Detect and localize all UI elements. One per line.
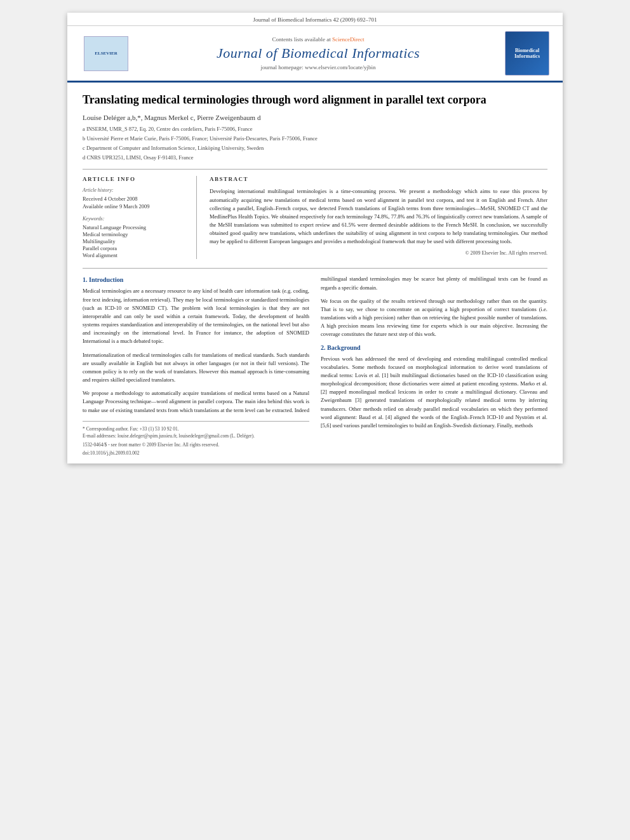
right-intro-continuation: multilingual standard terminologies may …: [321, 275, 547, 291]
intro-paragraph-3: We propose a methodology to automaticall…: [83, 389, 309, 415]
keywords-label: Keywords:: [83, 216, 187, 222]
keyword-2: Medical terminology: [83, 231, 187, 237]
background-paragraph-1: Previous work has addressed the need of …: [321, 355, 547, 430]
article-title: Translating medical terminologies throug…: [83, 93, 547, 107]
elsevier-logo-area: ELSEVIER: [77, 31, 135, 76]
elsevier-logo: ELSEVIER: [84, 36, 128, 71]
right-col-paragraph-2: We focus on the quality of the results r…: [321, 297, 547, 339]
background-heading: 2. Background: [321, 344, 547, 351]
sciencedirect-text: Contents lists available at ScienceDirec…: [272, 36, 365, 43]
keywords-section: Keywords: Natural Language Processing Me…: [83, 216, 187, 258]
jbi-logo-area: Biomedical Informatics: [502, 31, 553, 76]
affiliations: a INSERM, UMR_S 872, Eq. 20, Centre des …: [83, 125, 547, 161]
jbi-logo: Biomedical Informatics: [505, 31, 549, 76]
footer-doi: doi:10.1016/j.jbi.2009.03.002: [83, 450, 309, 456]
journal-citation: Journal of Biomedical Informatics 42 (20…: [253, 17, 377, 23]
body-content: 1. Introduction Medical terminologies ar…: [83, 268, 547, 456]
article-history-label: Article history:: [83, 187, 187, 193]
header: ELSEVIER Contents lists available at Sci…: [67, 26, 563, 83]
body-col-left: 1. Introduction Medical terminologies ar…: [83, 275, 309, 456]
introduction-heading: 1. Introduction: [83, 276, 309, 283]
journal-title: Journal of Biomedical Informatics: [217, 45, 420, 62]
affiliation-a: a INSERM, UMR_S 872, Eq. 20, Centre des …: [83, 125, 547, 133]
journal-bar: Journal of Biomedical Informatics 42 (20…: [67, 13, 563, 26]
keyword-5: Word alignment: [83, 252, 187, 258]
abstract-text: Developing international multilingual te…: [210, 187, 547, 246]
abstract-column: ABSTRACT Developing international multil…: [210, 176, 547, 259]
intro-paragraph-2: Internationalization of medical terminol…: [83, 351, 309, 385]
affiliation-c: c Department of Computer and Information…: [83, 144, 547, 152]
body-col-right: multilingual standard terminologies may …: [321, 275, 547, 456]
footnote-corresponding: * Corresponding author. Fax: +33 (1) 53 …: [83, 425, 309, 432]
article-info-label: ARTICLE INFO: [83, 176, 187, 182]
footer-issn: 1532-0464/$ - see front matter © 2009 El…: [83, 442, 309, 448]
authors: Louise Deléger a,b,*, Magnus Merkel c, P…: [83, 114, 547, 121]
affiliation-b: b Université Pierre et Marie Curie, Pari…: [83, 135, 547, 143]
header-center: Contents lists available at ScienceDirec…: [141, 31, 495, 76]
copyright: © 2009 Elsevier Inc. All rights reserved…: [210, 250, 547, 256]
received-date: Received 4 October 2008: [83, 196, 187, 202]
footnotes: * Corresponding author. Fax: +33 (1) 53 …: [83, 421, 309, 440]
keyword-3: Multilinguality: [83, 238, 187, 244]
keyword-1: Natural Language Processing: [83, 224, 187, 230]
article-content: Translating medical terminologies throug…: [67, 83, 563, 463]
article-info-abstract: ARTICLE INFO Article history: Received 4…: [83, 169, 547, 259]
keyword-4: Parallel corpora: [83, 245, 187, 251]
article-info-column: ARTICLE INFO Article history: Received 4…: [83, 176, 197, 259]
abstract-label: ABSTRACT: [210, 176, 547, 182]
available-date: Available online 9 March 2009: [83, 203, 187, 210]
affiliation-d: d CNRS UPR3251, LIMSI, Orsay F-91403, Fr…: [83, 154, 547, 162]
intro-paragraph-1: Medical terminologies are a necessary re…: [83, 287, 309, 345]
sciencedirect-link[interactable]: ScienceDirect: [332, 36, 364, 43]
footnote-email: E-mail addresses: louise.deleger@spim.ju…: [83, 432, 309, 439]
page: Journal of Biomedical Informatics 42 (20…: [67, 13, 563, 463]
journal-homepage: journal homepage: www.elsevier.com/locat…: [261, 64, 376, 70]
